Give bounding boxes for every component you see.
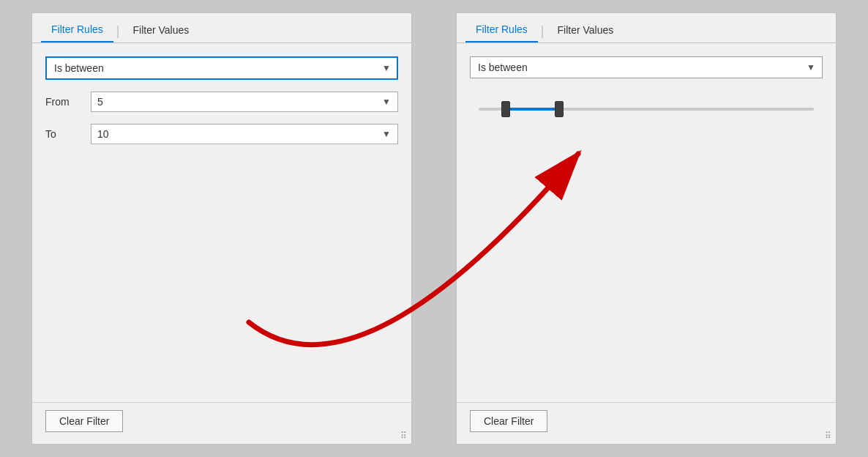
range-slider-container — [470, 90, 823, 128]
slider-thumb-right[interactable] — [555, 101, 564, 117]
right-clear-filter-button[interactable]: Clear Filter — [470, 410, 547, 432]
right-panel: Filter Rules | Filter Values Is between … — [456, 12, 837, 445]
left-panel-footer: Clear Filter ⠿ — [32, 402, 411, 444]
to-dropdown-wrapper: 10 8 9 11 ▼ — [91, 124, 398, 144]
tab-divider-left: | — [116, 24, 120, 37]
slider-thumb-left[interactable] — [501, 101, 510, 117]
right-tab-filter-values[interactable]: Filter Values — [547, 19, 624, 42]
right-tab-filter-rules[interactable]: Filter Rules — [465, 19, 538, 42]
from-label: From — [45, 96, 82, 108]
from-dropdown-wrapper: 5 1 2 3 ▼ — [91, 92, 398, 112]
right-condition-dropdown[interactable]: Is between Is equal to Is greater than I… — [470, 56, 823, 78]
from-dropdown[interactable]: 5 1 2 3 — [91, 92, 398, 112]
right-panel-tabs: Filter Rules | Filter Values — [457, 13, 836, 43]
left-condition-dropdown-wrapper: Is between Is equal to Is greater than I… — [45, 56, 398, 80]
left-resize-handle[interactable]: ⠿ — [400, 431, 407, 441]
left-panel-tabs: Filter Rules | Filter Values — [32, 13, 411, 43]
tab-divider-right: | — [541, 24, 545, 37]
left-condition-dropdown[interactable]: Is between Is equal to Is greater than I… — [45, 56, 398, 80]
panels-wrapper: Filter Rules | Filter Values Is between … — [0, 0, 868, 457]
right-resize-handle[interactable]: ⠿ — [825, 431, 831, 441]
left-panel-content: Is between Is equal to Is greater than I… — [32, 43, 411, 402]
to-dropdown[interactable]: 10 8 9 11 — [91, 124, 398, 144]
left-tab-filter-values[interactable]: Filter Values — [122, 19, 199, 42]
to-row: To 10 8 9 11 ▼ — [45, 124, 398, 144]
slider-track — [479, 108, 814, 111]
left-tab-filter-rules[interactable]: Filter Rules — [41, 19, 113, 42]
right-panel-footer: Clear Filter ⠿ — [457, 402, 836, 444]
left-clear-filter-button[interactable]: Clear Filter — [45, 410, 123, 432]
to-label: To — [45, 128, 82, 140]
from-row: From 5 1 2 3 ▼ — [45, 92, 398, 112]
slider-fill — [506, 108, 559, 111]
right-condition-dropdown-wrapper: Is between Is equal to Is greater than I… — [470, 56, 823, 78]
right-panel-content: Is between Is equal to Is greater than I… — [457, 43, 836, 402]
left-panel: Filter Rules | Filter Values Is between … — [31, 12, 412, 445]
